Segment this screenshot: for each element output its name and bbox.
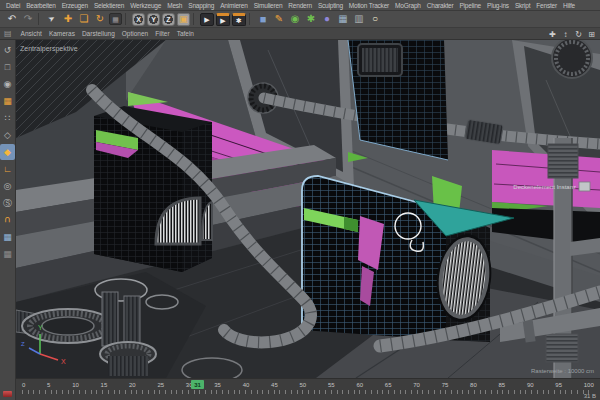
timeline-tick-label: 50 bbox=[300, 382, 307, 388]
add-environment-button[interactable]: ● bbox=[320, 12, 334, 26]
toolbar-separator[interactable] bbox=[125, 13, 129, 25]
add-camera-button[interactable]: ▥ bbox=[352, 12, 366, 26]
menu-item[interactable]: Sculpting bbox=[318, 2, 343, 9]
snap-settings-button[interactable]: Ⓢ bbox=[0, 195, 15, 211]
menu-item[interactable]: Bearbeiten bbox=[26, 2, 55, 9]
menu-item[interactable]: Selektieren bbox=[94, 2, 124, 9]
viewport-menu-item[interactable]: Tafeln bbox=[177, 30, 194, 37]
lock-z-button[interactable]: Z bbox=[162, 13, 175, 26]
console-left bbox=[94, 106, 212, 272]
palette-chip-icon bbox=[3, 391, 12, 397]
timeline-tick-label: 20 bbox=[129, 382, 136, 388]
axis-mode-button[interactable]: ∟ bbox=[0, 161, 15, 177]
workplane-planar-button[interactable]: ▦ bbox=[0, 246, 15, 262]
workplane-mode-button[interactable]: ▦ bbox=[0, 93, 15, 109]
rotate-view-button[interactable]: ↻ bbox=[572, 28, 585, 40]
menu-item[interactable]: Animieren bbox=[220, 2, 247, 9]
menu-item[interactable]: Rendern bbox=[288, 2, 312, 9]
edges-mode-button[interactable]: ◇ bbox=[0, 127, 15, 143]
timeline-tick-label: 80 bbox=[470, 382, 477, 388]
timeline-tick-label: 15 bbox=[101, 382, 108, 388]
view-controls: ✚↕↻⊞ bbox=[546, 28, 598, 40]
toolbar-separator[interactable] bbox=[193, 13, 197, 25]
menu-item[interactable]: Plug-ins bbox=[487, 2, 509, 9]
pan-view-button[interactable]: ✚ bbox=[546, 28, 559, 40]
viewport-menu-items: AnsichtKamerasDarstellungOptionenFilterT… bbox=[21, 30, 194, 37]
timeline: 0510152025303540455055606570758085909510… bbox=[16, 378, 600, 400]
zoom-view-button[interactable]: ↕ bbox=[559, 28, 572, 40]
toolbar-separator[interactable] bbox=[249, 13, 253, 25]
workplane-locked-button[interactable]: ▦ bbox=[0, 229, 15, 245]
timeline-tick-label: 55 bbox=[328, 382, 335, 388]
live-selection-tool[interactable]: ➤ bbox=[42, 11, 61, 28]
tooltip-chip-icon bbox=[579, 182, 590, 191]
viewport-menu-item[interactable]: Kameras bbox=[49, 30, 75, 37]
add-cube-button[interactable]: ■ bbox=[256, 12, 270, 26]
add-generator-button[interactable]: ◉ bbox=[288, 12, 302, 26]
render-settings-button[interactable]: ✱ bbox=[232, 13, 246, 26]
menu-item[interactable]: Motion Tracker bbox=[349, 2, 389, 9]
lock-x-button[interactable]: X bbox=[132, 13, 145, 26]
lock-y-button[interactable]: Y bbox=[147, 13, 160, 26]
add-deformer-button[interactable]: ✱ bbox=[304, 12, 318, 26]
add-floor-button[interactable]: ▦ bbox=[336, 12, 350, 26]
enable-snap-button[interactable]: ∪ bbox=[0, 212, 15, 228]
main-toolbar: ↶↷➤✚❏↻▦XYZ▣▶▶✱■✎◉✱●▦▥○ bbox=[0, 11, 600, 28]
current-frame-marker[interactable]: 31 bbox=[191, 380, 204, 389]
timeline-tick-label: 90 bbox=[527, 382, 534, 388]
viewport-menu-item[interactable]: Optionen bbox=[122, 30, 148, 37]
make-editable-button[interactable]: ↺ bbox=[0, 42, 15, 58]
menu-item[interactable]: Erzeugen bbox=[62, 2, 88, 9]
render-view-button[interactable]: ▶ bbox=[200, 13, 214, 26]
toggle-view-button[interactable]: ⊞ bbox=[585, 28, 598, 40]
undo-button[interactable]: ↶ bbox=[5, 12, 19, 26]
menu-item[interactable]: MoGraph bbox=[395, 2, 421, 9]
points-mode-button[interactable]: ∷ bbox=[0, 110, 15, 126]
viewport-menu-item[interactable]: Ansicht bbox=[21, 30, 42, 37]
add-light-button[interactable]: ○ bbox=[368, 12, 382, 26]
viewport-canvas[interactable]: Y X Z Zentralperspektive Deckenelement I… bbox=[16, 40, 600, 378]
menu-item[interactable]: Snapping bbox=[188, 2, 214, 9]
menu-item[interactable]: Mesh bbox=[167, 2, 182, 9]
axis-x-label: X bbox=[61, 358, 66, 365]
grid-size-label: Rasterweite : 10000 cm bbox=[531, 368, 594, 374]
timeline-tick-label: 10 bbox=[72, 382, 79, 388]
coordinate-system-button[interactable]: ▣ bbox=[177, 13, 190, 26]
timeline-ruler[interactable]: 0510152025303540455055606570758085909510… bbox=[22, 379, 594, 390]
model-mode-button[interactable]: □ bbox=[0, 59, 15, 75]
menu-item[interactable]: Hilfe bbox=[563, 2, 575, 9]
menu-item[interactable]: Skript bbox=[515, 2, 530, 9]
menu-item[interactable]: Fenster bbox=[536, 2, 557, 9]
polygons-mode-button[interactable]: ◆ bbox=[0, 144, 15, 160]
menu-item[interactable]: Charakter bbox=[427, 2, 454, 9]
timeline-tick-label: 35 bbox=[214, 382, 221, 388]
menu-item[interactable]: Datei bbox=[6, 2, 20, 9]
texture-mode-button[interactable]: ◉ bbox=[0, 76, 15, 92]
timeline-tick-label: 95 bbox=[555, 382, 562, 388]
timeline-ticks[interactable] bbox=[22, 390, 594, 394]
redo-button[interactable]: ↷ bbox=[21, 12, 35, 26]
timeline-tick-label: 70 bbox=[413, 382, 420, 388]
rotate-tool[interactable]: ↻ bbox=[93, 12, 107, 26]
axis-z-label: Z bbox=[21, 341, 25, 347]
cinema4d-window: DateiBearbeitenErzeugenSelektierenWerkze… bbox=[0, 0, 600, 400]
svg-text:Deckenelement Instanz: Deckenelement Instanz bbox=[513, 184, 576, 190]
scale-tool[interactable]: ❏ bbox=[77, 12, 91, 26]
timeline-tick-label: 5 bbox=[47, 382, 50, 388]
render-picture-viewer-button[interactable]: ▶ bbox=[216, 13, 230, 26]
menu-item[interactable]: Werkzeuge bbox=[130, 2, 161, 9]
menu-item[interactable]: Simulieren bbox=[254, 2, 283, 9]
viewport-menu-item[interactable]: Filter bbox=[155, 30, 169, 37]
last-used-tool[interactable]: ▦ bbox=[109, 13, 122, 25]
viewport-menu-item[interactable]: Darstellung bbox=[82, 30, 115, 37]
add-spline-button[interactable]: ✎ bbox=[272, 12, 286, 26]
move-tool[interactable]: ✚ bbox=[61, 12, 75, 26]
mode-toolbar: ↺□◉▦∷◇◆∟◎Ⓢ∪▦▦ bbox=[0, 40, 16, 400]
viewport-camera-label: Zentralperspektive bbox=[20, 45, 78, 53]
timeline-tick-label: 25 bbox=[157, 382, 164, 388]
magenta-wall-band-right bbox=[492, 150, 600, 245]
toolbar-separator[interactable] bbox=[38, 13, 42, 25]
panel-menu-icon[interactable]: ▤ bbox=[4, 29, 12, 38]
menu-item[interactable]: Pipeline bbox=[459, 2, 481, 9]
viewport-solo-button[interactable]: ◎ bbox=[0, 178, 15, 194]
